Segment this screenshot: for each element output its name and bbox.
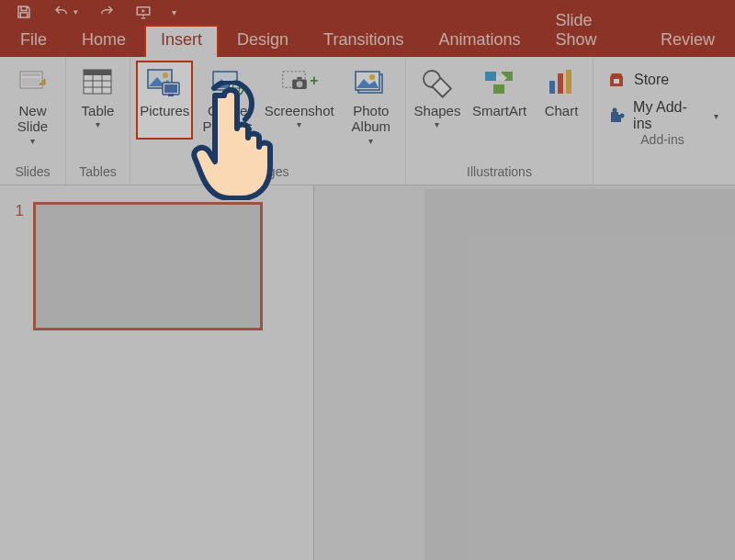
tab-label: Animations (438, 30, 520, 49)
group-label: Images (136, 164, 400, 185)
save-button[interactable] (7, 1, 40, 23)
slide-number: 1 (11, 202, 24, 220)
svg-rect-29 (485, 72, 496, 81)
svg-rect-13 (164, 84, 177, 93)
group-slides: New Slide▾ Slides (0, 57, 66, 185)
new-slide-button[interactable]: New Slide▾ (6, 61, 60, 146)
svg-rect-31 (493, 84, 504, 94)
group-label: Slides (6, 164, 60, 185)
chart-button[interactable]: Chart (536, 61, 587, 138)
button-label: OnlinePictures (203, 103, 253, 135)
store-icon (606, 70, 627, 90)
svg-rect-28 (432, 78, 451, 97)
screenshot-button[interactable]: + Screenshot▾ (262, 61, 337, 138)
shapes-button[interactable]: Shapes▾ (412, 61, 463, 138)
tab-label: Transitions (323, 30, 403, 49)
dropdown-arrow-icon: ▾ (74, 7, 78, 17)
group-addins: Store My Add-ins ▾ Add-ins (594, 57, 731, 185)
chart-icon (543, 64, 580, 101)
screenshot-icon: + (281, 64, 318, 101)
svg-point-37 (619, 114, 624, 118)
button-label: My Add-ins (633, 99, 703, 132)
button-label: PhotoAlbum (352, 103, 391, 135)
undo-button[interactable]: ▾ (44, 1, 86, 23)
button-label: Chart (545, 103, 579, 118)
svg-point-36 (612, 108, 616, 113)
svg-point-22 (296, 81, 302, 87)
tab-label: Slide Show (556, 11, 597, 49)
dropdown-arrow-icon: ▾ (96, 119, 100, 130)
dropdown-arrow-icon: ▾ (368, 136, 373, 147)
button-label: SmartArt (472, 103, 526, 118)
group-label: Tables (72, 164, 124, 185)
online-pictures-icon (209, 64, 246, 101)
group-tables: Table▾ Tables (66, 57, 130, 185)
store-button[interactable]: Store (606, 70, 718, 90)
dropdown-arrow-icon: ▾ (30, 136, 35, 147)
svg-rect-5 (84, 70, 111, 75)
dropdown-arrow-icon: ▾ (225, 136, 230, 147)
photo-album-icon (353, 64, 390, 101)
svg-rect-33 (549, 81, 555, 94)
shapes-icon (419, 64, 456, 101)
group-illustrations: Shapes▾ SmartArt (406, 57, 594, 185)
smartart-button[interactable]: SmartArt (469, 61, 530, 138)
svg-text:+: + (310, 73, 318, 88)
slide-editor-pane[interactable] (314, 185, 735, 560)
slide-thumbnail[interactable] (33, 202, 263, 330)
addins-icon (606, 106, 626, 126)
svg-rect-21 (297, 77, 301, 80)
dropdown-arrow-icon: ▾ (435, 119, 439, 130)
pictures-icon (146, 64, 183, 101)
group-images: Pictures OnlinePictures▾ (130, 57, 406, 185)
svg-rect-2 (22, 78, 40, 86)
start-slideshow-button[interactable] (127, 1, 160, 23)
button-label: Pictures (140, 103, 189, 118)
redo-button[interactable] (90, 1, 123, 23)
slide-canvas[interactable] (424, 189, 735, 560)
tab-review[interactable]: Review (644, 25, 731, 57)
svg-rect-35 (566, 70, 571, 94)
photo-album-button[interactable]: PhotoAlbum▾ (343, 61, 400, 146)
dropdown-arrow-icon: ▾ (172, 7, 176, 17)
svg-rect-34 (558, 73, 563, 94)
button-label: New Slide (6, 103, 60, 135)
table-button[interactable]: Table▾ (72, 61, 124, 138)
pictures-button[interactable]: Pictures (136, 61, 193, 140)
button-label: Shapes (414, 103, 461, 118)
new-slide-icon (15, 64, 51, 101)
slide-thumbnail-pane[interactable]: 1 (0, 185, 314, 560)
my-addins-button[interactable]: My Add-ins ▾ (606, 99, 718, 132)
button-label: Screenshot (265, 103, 334, 118)
tab-label: Design (237, 30, 288, 49)
customize-qat-button[interactable]: ▾ (164, 1, 184, 23)
table-icon (80, 64, 117, 101)
tab-home[interactable]: Home (65, 25, 142, 57)
slide-thumbnail-1[interactable]: 1 (11, 202, 302, 330)
tab-label: File (20, 30, 47, 49)
tab-label: Home (82, 30, 126, 49)
tab-transitions[interactable]: Transitions (307, 25, 420, 57)
tab-label: Insert (161, 30, 202, 49)
svg-rect-1 (22, 73, 40, 76)
dropdown-arrow-icon: ▾ (297, 119, 301, 130)
svg-rect-14 (168, 94, 174, 96)
group-label: Illustrations (412, 164, 587, 185)
svg-point-26 (369, 74, 375, 80)
tab-file[interactable]: File (4, 25, 63, 57)
online-pictures-button[interactable]: OnlinePictures▾ (198, 61, 255, 146)
tab-slideshow[interactable]: Slide Show (539, 6, 642, 57)
tab-label: Review (661, 30, 715, 49)
button-label: Store (634, 72, 669, 88)
workspace: 1 (0, 185, 735, 560)
button-label: Table (82, 103, 115, 118)
ribbon-tabstrip: File Home Insert Design Transitions Anim… (0, 24, 735, 57)
smartart-icon (481, 64, 518, 101)
group-label: Add-ins (599, 132, 726, 152)
ribbon: New Slide▾ Slides Table▾ (0, 57, 735, 185)
tab-animations[interactable]: Animations (422, 25, 537, 57)
tab-design[interactable]: Design (220, 25, 305, 57)
tab-insert[interactable]: Insert (144, 25, 219, 57)
dropdown-arrow-icon: ▾ (714, 111, 718, 121)
svg-point-11 (163, 73, 168, 78)
